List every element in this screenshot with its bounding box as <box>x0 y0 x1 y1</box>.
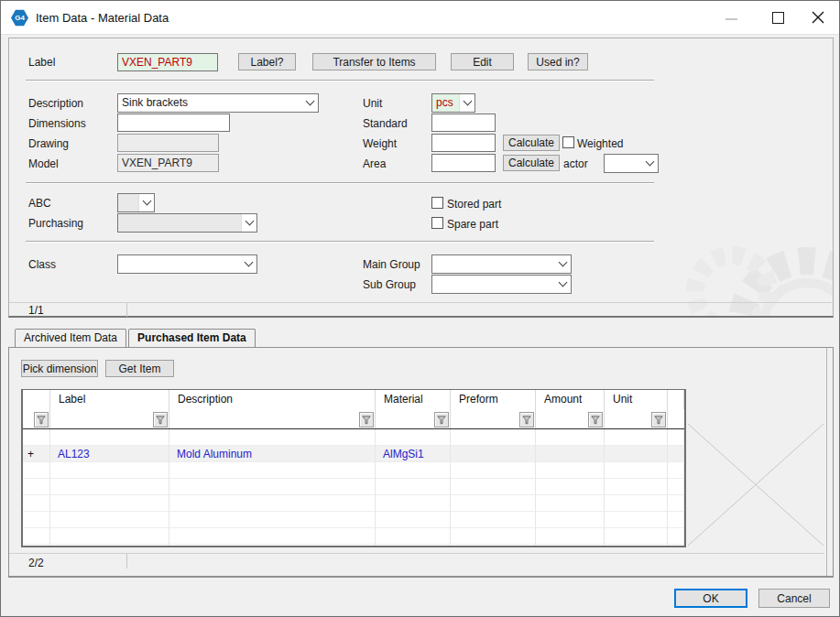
description-combobox[interactable]: Sink brackets <box>117 93 319 113</box>
table-row[interactable] <box>23 545 684 547</box>
column-header-material: Material <box>376 390 451 409</box>
abc-value <box>118 194 138 211</box>
label-field-label: Label <box>28 56 55 69</box>
filter-icon[interactable] <box>34 412 49 428</box>
label-input[interactable] <box>117 53 218 71</box>
table-pager: 2/2 <box>28 557 44 569</box>
sub-group-label: Sub Group <box>363 278 416 291</box>
spare-part-label: Spare part <box>447 218 498 231</box>
chevron-down-icon[interactable] <box>642 155 658 172</box>
chevron-down-icon[interactable] <box>138 194 154 211</box>
cell-label: AL123 <box>50 446 169 462</box>
sub-group-combobox[interactable] <box>431 275 572 294</box>
weighted-checkbox[interactable] <box>562 136 574 148</box>
filter-icon[interactable] <box>651 412 666 428</box>
filter-icon[interactable] <box>153 412 168 428</box>
column-header-preform: Preform <box>451 390 536 409</box>
description-value: Sink brackets <box>118 94 302 112</box>
cancel-button[interactable]: Cancel <box>758 589 830 608</box>
record-pager: 1/1 <box>28 304 44 317</box>
area-input[interactable] <box>431 154 496 172</box>
dimensions-label: Dimensions <box>28 117 86 130</box>
tab-purchased-item-data[interactable]: Purchased Item Data <box>128 329 256 347</box>
separator <box>26 241 654 243</box>
calculate-weight-button[interactable]: Calculate <box>503 135 560 151</box>
standard-input[interactable] <box>431 114 496 132</box>
class-combobox[interactable] <box>117 254 257 274</box>
chevron-down-icon[interactable] <box>302 94 318 112</box>
purchasing-label: Purchasing <box>28 217 83 230</box>
dimensions-input[interactable] <box>117 114 230 132</box>
minimize-icon[interactable] <box>725 18 737 20</box>
model-input <box>117 154 219 172</box>
used-in-button[interactable]: Used in? <box>528 53 588 70</box>
gear-watermark-image <box>660 180 834 318</box>
column-header-amount: Amount <box>536 390 605 409</box>
panel-right-divider <box>826 348 827 576</box>
transfer-to-items-button[interactable]: Transfer to Items <box>312 53 436 70</box>
tab-bar: Archived Item Data Purchased Item Data <box>15 329 256 347</box>
unit-value: pcs <box>432 94 459 112</box>
table-row[interactable] <box>23 429 684 446</box>
cell-preform <box>451 446 536 462</box>
main-group-value <box>432 255 555 273</box>
main-group-label: Main Group <box>363 258 420 271</box>
edit-button[interactable]: Edit <box>451 53 514 70</box>
cell-amount <box>536 446 605 462</box>
tab-archived-item-data[interactable]: Archived Item Data <box>15 329 126 347</box>
filter-icon[interactable] <box>588 412 603 428</box>
table-row-al123[interactable]: + AL123 Mold Aluminum AlMgSi1 <box>23 446 684 462</box>
main-group-combobox[interactable] <box>431 254 572 274</box>
filter-icon[interactable] <box>519 412 534 428</box>
maximize-icon[interactable] <box>772 12 784 24</box>
close-icon[interactable] <box>810 9 826 26</box>
drawing-label: Drawing <box>28 137 69 150</box>
chevron-down-icon[interactable] <box>459 94 475 112</box>
model-label: Model <box>28 157 59 170</box>
expand-plus-icon[interactable]: + <box>23 446 50 462</box>
stored-part-checkbox[interactable] <box>431 197 443 209</box>
class-value <box>118 255 241 273</box>
factor-combobox[interactable] <box>604 154 659 173</box>
weight-input[interactable] <box>431 134 496 152</box>
status-strip-line <box>9 302 832 303</box>
separator <box>26 182 654 184</box>
column-header-label: Label <box>50 390 169 409</box>
chevron-down-icon[interactable] <box>241 255 256 273</box>
table-row[interactable] <box>23 479 684 495</box>
sub-group-value <box>432 276 555 293</box>
calculate-area-button[interactable]: Calculate <box>503 155 560 171</box>
app-icon: G4 <box>11 9 28 27</box>
chevron-down-icon[interactable] <box>241 214 256 232</box>
separator <box>26 80 654 81</box>
spare-part-checkbox[interactable] <box>431 217 443 229</box>
label-help-button[interactable]: Label? <box>238 53 296 70</box>
get-item-button[interactable]: Get Item <box>105 360 174 377</box>
status-divider <box>126 303 127 317</box>
standard-label: Standard <box>363 117 408 130</box>
filter-icon[interactable] <box>434 412 449 428</box>
cell-description: Mold Aluminum <box>169 446 376 462</box>
purchasing-combobox[interactable] <box>117 213 257 233</box>
description-label: Description <box>28 97 83 110</box>
unit-combobox[interactable]: pcs <box>431 93 475 113</box>
table-header-row: Label Description Material Preform Amoun… <box>23 390 684 409</box>
factor-value <box>605 155 642 172</box>
title-bar: G4 Item Data - Material Data <box>1 1 839 35</box>
abc-combobox[interactable] <box>117 193 155 212</box>
table-row[interactable] <box>23 495 684 512</box>
column-header-description: Description <box>169 390 376 409</box>
filter-icon[interactable] <box>359 412 374 428</box>
weight-label: Weight <box>363 137 397 150</box>
ok-button[interactable]: OK <box>674 589 747 608</box>
stored-part-label: Stored part <box>447 198 501 211</box>
material-table: Label Description Material Preform Amoun… <box>21 389 686 547</box>
table-row[interactable] <box>23 528 684 545</box>
cell-unit <box>605 446 668 462</box>
table-row[interactable] <box>23 512 684 528</box>
chevron-down-icon[interactable] <box>555 255 571 273</box>
window-title: Item Data - Material Data <box>36 11 169 25</box>
pick-dimension-button[interactable]: Pick dimension <box>21 360 98 377</box>
chevron-down-icon[interactable] <box>555 276 571 293</box>
table-row[interactable] <box>23 462 684 479</box>
